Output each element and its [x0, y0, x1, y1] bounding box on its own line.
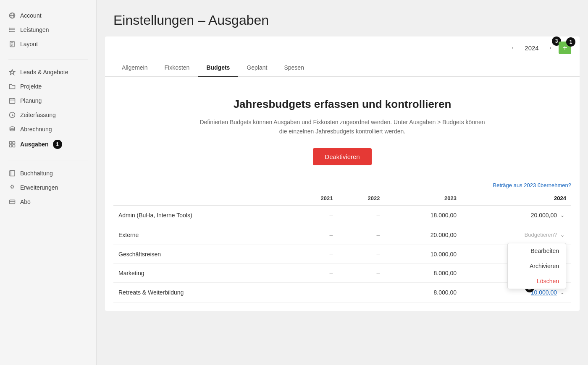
row-externe-2024: Budgetieren? ⌄ Bearbeiten Archivieren Lö…: [462, 225, 571, 245]
svg-rect-22: [10, 142, 12, 144]
sidebar-item-leads-label: Leads & Angebote: [20, 69, 68, 76]
row-marketing-2023: 8.000,00: [385, 263, 462, 282]
file-icon: [8, 40, 16, 48]
ausgaben-badge: 1: [53, 140, 62, 149]
sidebar-item-ausgaben[interactable]: Ausgaben 1: [0, 136, 96, 152]
sidebar-item-abo-label: Abo: [20, 198, 31, 205]
dropdown-item-loeschen[interactable]: Löschen: [508, 274, 566, 289]
clock-icon: [8, 111, 16, 119]
sidebar-divider-1: [8, 60, 88, 60]
sidebar-item-layout[interactable]: Layout: [0, 37, 96, 51]
sidebar-item-buchhaltung-label: Buchhaltung: [20, 170, 53, 177]
retreats-value-wrapper: 2 10.000,00: [531, 289, 557, 296]
externe-dropdown-menu: Bearbeiten Archivieren Löschen: [507, 243, 566, 289]
tab-fixkosten[interactable]: Fixkosten: [156, 59, 198, 77]
sidebar: Account Leistungen: [0, 0, 97, 365]
sidebar-item-leistungen[interactable]: Leistungen: [0, 23, 96, 37]
sidebar-item-buchhaltung[interactable]: Buchhaltung: [0, 166, 96, 180]
page-title: Einstellungen – Ausgaben: [113, 13, 571, 28]
row-retreats-2023: 8.000,00: [385, 282, 462, 302]
svg-point-21: [10, 127, 15, 128]
tab-allgemein[interactable]: Allgemein: [113, 59, 156, 77]
svg-rect-28: [10, 200, 15, 204]
page-header: Einstellungen – Ausgaben: [97, 0, 588, 36]
col-2024: 2024: [462, 192, 571, 205]
externe-2024-placeholder: Budgetieren?: [525, 232, 557, 238]
row-externe-2023: 20.000,00: [385, 225, 462, 245]
admin-chevron-button[interactable]: ⌄: [559, 211, 566, 219]
dropdown-item-archivieren[interactable]: Archivieren: [508, 258, 566, 274]
sidebar-item-leads[interactable]: Leads & Angebote: [0, 65, 96, 79]
svg-point-8: [10, 31, 10, 32]
svg-rect-23: [13, 142, 15, 144]
folder-icon: [8, 83, 16, 90]
row-externe-2021: –: [291, 225, 338, 245]
value-cell-externe: Budgetieren? ⌄ Bearbeiten Archivieren Lö…: [467, 231, 566, 239]
sidebar-item-account[interactable]: Account: [0, 8, 96, 23]
sidebar-section-2: Leads & Angebote Projekte Planung: [0, 65, 96, 152]
tab-budgets[interactable]: Budgets: [198, 59, 238, 77]
sidebar-item-account-label: Account: [20, 12, 42, 19]
value-cell-retreats: 2 10.000,00 ⌄: [467, 289, 566, 296]
year-nav-wrapper: 3 ← 2024 →: [508, 42, 555, 53]
database-icon: [8, 125, 16, 133]
svg-marker-13: [9, 70, 15, 75]
table-row: Geschäftsreisen – – 10.000,00: [113, 245, 571, 263]
tabs: Allgemein Fixkosten Budgets Geplant Spes…: [105, 59, 580, 77]
col-2021: 2021: [291, 192, 338, 205]
sidebar-section-3: Buchhaltung Erweiterungen Abo: [0, 166, 96, 209]
row-admin-2022: –: [338, 205, 385, 225]
sidebar-item-abo[interactable]: Abo: [0, 195, 96, 209]
star-icon: [8, 68, 16, 76]
globe-icon: [8, 12, 16, 19]
col-2023: 2023: [385, 192, 462, 205]
deactivate-button[interactable]: Deaktivieren: [313, 148, 371, 165]
calendar-icon: [8, 97, 16, 104]
sidebar-item-erweiterungen-label: Erweiterungen: [20, 184, 58, 191]
table-row: Marketing – – 8.000,00: [113, 263, 571, 282]
row-admin-2021: –: [291, 205, 338, 225]
svg-point-7: [10, 30, 10, 30]
externe-chevron-button[interactable]: ⌄: [559, 231, 566, 239]
book-icon: [8, 169, 16, 177]
sidebar-item-projekte[interactable]: Projekte: [0, 79, 96, 94]
sidebar-divider-2: [8, 161, 88, 161]
table-link-row: Beträge aus 2023 übernehmen?: [113, 178, 571, 192]
svg-line-20: [12, 115, 13, 116]
row-name-geschaeft: Geschäftsreisen: [113, 245, 291, 263]
row-geschaeft-2021: –: [291, 245, 338, 263]
main-content: Einstellungen – Ausgaben 3 ← 2024 → 1 + …: [97, 0, 588, 365]
table-header-row: 2021 2022 2023 2024: [113, 192, 571, 205]
prev-year-button[interactable]: ←: [508, 42, 520, 53]
sidebar-item-abrechnung[interactable]: Abrechnung: [0, 122, 96, 136]
retreats-2024-value[interactable]: 10.000,00: [531, 289, 557, 296]
svg-rect-26: [10, 171, 15, 176]
grid-icon: [8, 141, 16, 148]
sidebar-item-erweiterungen[interactable]: Erweiterungen: [0, 180, 96, 195]
retreats-chevron-button[interactable]: ⌄: [559, 289, 566, 296]
hero-description: Definierten Budgets können Ausgaben und …: [195, 117, 489, 136]
card-icon: [8, 198, 16, 206]
svg-rect-14: [10, 99, 15, 104]
row-name-retreats: Retreats & Weiterbildung: [113, 282, 291, 302]
row-admin-2024: 20.000,00 ⌄: [462, 205, 571, 225]
sidebar-item-layout-label: Layout: [20, 41, 38, 47]
tab-spesen[interactable]: Spesen: [276, 59, 312, 77]
sidebar-item-zeiterfassung[interactable]: Zeiterfassung: [0, 108, 96, 122]
year-nav: ← 2024 →: [508, 42, 555, 53]
table-row: Retreats & Weiterbildung – – 8.000,00 2 …: [113, 282, 571, 302]
row-geschaeft-2023: 10.000,00: [385, 245, 462, 263]
dropdown-item-bearbeiten[interactable]: Bearbeiten: [508, 243, 566, 258]
row-marketing-2021: –: [291, 263, 338, 282]
hero-section: Jahresbudgets erfassen und kontrollieren…: [105, 77, 580, 178]
row-name-admin: Admin (BuHa, Interne Tools): [113, 205, 291, 225]
tab-geplant[interactable]: Geplant: [238, 59, 276, 77]
sidebar-section-1: Account Leistungen: [0, 8, 96, 51]
puzzle-icon: [8, 184, 16, 191]
svg-rect-24: [10, 145, 12, 147]
table-area: Beträge aus 2023 übernehmen? 2021 2022 2…: [105, 178, 580, 302]
content-area: 3 ← 2024 → 1 + Allgemein Fixkosten Budge…: [105, 36, 580, 311]
row-retreats-2022: –: [338, 282, 385, 302]
copy-amounts-link[interactable]: Beträge aus 2023 übernehmen?: [493, 182, 571, 188]
sidebar-item-planung[interactable]: Planung: [0, 94, 96, 108]
